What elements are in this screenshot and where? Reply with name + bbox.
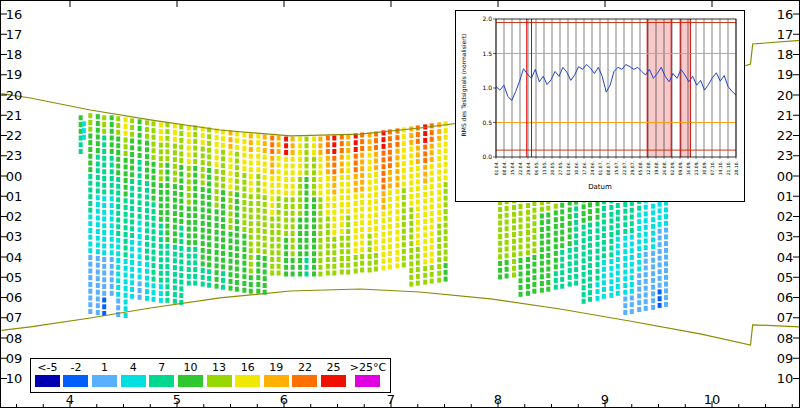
hour-axis-label-left: 07 (6, 310, 23, 325)
heatmap-cell (602, 260, 606, 265)
heatmap-cell (444, 162, 448, 167)
heatmap-cell (568, 221, 572, 226)
heatmap-cell (340, 222, 344, 227)
heatmap-cell (332, 237, 336, 242)
heatmap-cell (388, 177, 392, 182)
heatmap-cell (88, 194, 92, 199)
heatmap-cell (498, 248, 502, 253)
heatmap-cell (582, 258, 586, 263)
heatmap-cell (374, 233, 378, 238)
heatmap-cell (546, 240, 550, 245)
heatmap-cell (540, 227, 544, 232)
heatmap-cell (616, 257, 620, 262)
heatmap-cell (291, 143, 295, 148)
heatmap-cell (596, 276, 600, 281)
heatmap-cell (124, 273, 128, 278)
heatmap-cell (291, 170, 295, 175)
heatmap-cell (291, 218, 295, 223)
heatmap-column (152, 121, 156, 301)
heatmap-cell (215, 243, 219, 248)
heatmap-cell (221, 170, 225, 175)
heatmap-cell (402, 181, 406, 186)
heatmap-cell (498, 207, 502, 212)
legend-label: -2 (70, 361, 81, 374)
heatmap-cell (235, 253, 239, 258)
legend-swatch (92, 375, 117, 387)
heatmap-cell (82, 128, 86, 133)
heatmap-cell (249, 208, 253, 213)
heatmap-cell (207, 161, 211, 166)
heatmap-cell (644, 205, 648, 210)
heatmap-cell (145, 168, 149, 173)
heatmap-cell (388, 231, 392, 236)
heatmap-cell (582, 211, 586, 216)
heatmap-cell (145, 195, 149, 200)
heatmap-cell (102, 264, 106, 269)
heatmap-cell (423, 212, 427, 217)
heatmap-column (138, 119, 142, 299)
heatmap-cell (305, 231, 309, 236)
heatmap-cell (207, 154, 211, 159)
heatmap-cell (145, 201, 149, 206)
heatmap-cell (165, 176, 169, 181)
heatmap-cell (270, 257, 274, 262)
heatmap-cell (644, 306, 648, 311)
legend-swatch (355, 375, 380, 387)
heatmap-cell (138, 173, 142, 178)
heatmap-cell (221, 251, 225, 256)
heatmap-cell (284, 251, 288, 256)
heatmap-cell (102, 230, 106, 235)
heatmap-cell (159, 143, 163, 148)
heatmap-cell (402, 188, 406, 193)
heatmap-cell (360, 261, 364, 266)
heatmap-cell (116, 177, 120, 182)
heatmap-cell (609, 246, 613, 251)
heatmap-cell (312, 251, 316, 256)
heatmap-cell (165, 217, 169, 222)
heatmap-cell (215, 176, 219, 181)
heatmap-cell (159, 190, 163, 195)
heatmap-cell (402, 262, 406, 267)
legend-label: 19 (269, 361, 283, 374)
heatmap-cell (318, 265, 322, 270)
legend-entry: -2 (63, 361, 88, 387)
heatmap-cell (658, 222, 662, 227)
heatmap-cell (346, 182, 350, 187)
date-tick-label: 01.04. (494, 161, 499, 175)
hour-axis-label-left: 09 (6, 351, 23, 366)
heatmap-cell (582, 225, 586, 230)
heatmap-cell (368, 261, 372, 266)
heatmap-cell (145, 235, 149, 240)
heatmap-cell (284, 211, 288, 216)
heatmap-cell (574, 233, 578, 238)
heatmap-cell (130, 280, 134, 285)
heatmap-cell (402, 141, 406, 146)
heatmap-column (430, 123, 434, 283)
hour-axis-label-left: 03 (6, 229, 23, 244)
heatmap-cell (187, 240, 191, 245)
heatmap-cell (193, 146, 197, 151)
heatmap-cell (193, 139, 197, 144)
heatmap-cell (630, 248, 634, 253)
legend-label: >25°C (350, 361, 386, 374)
heatmap-cell (305, 204, 309, 209)
heatmap-cell (291, 245, 295, 250)
heatmap-cell (416, 146, 420, 151)
heatmap-cell (519, 292, 523, 297)
heatmap-cell (229, 245, 233, 250)
heatmap-cell (242, 247, 246, 252)
heatmap-cell (235, 233, 239, 238)
heatmap-cell (402, 242, 406, 247)
heatmap-cell (332, 142, 336, 147)
heatmap-cell (124, 259, 128, 264)
heatmap-cell (616, 291, 620, 296)
heatmap-cell (664, 282, 668, 287)
heatmap-cell (374, 260, 378, 265)
heatmap-cell (277, 271, 281, 276)
legend-swatch (63, 375, 88, 387)
heatmap-cell (388, 183, 392, 188)
heatmap-cell (201, 133, 205, 138)
heatmap-cell (298, 258, 302, 263)
heatmap-cell (207, 235, 211, 240)
heatmap-cell (88, 140, 92, 145)
